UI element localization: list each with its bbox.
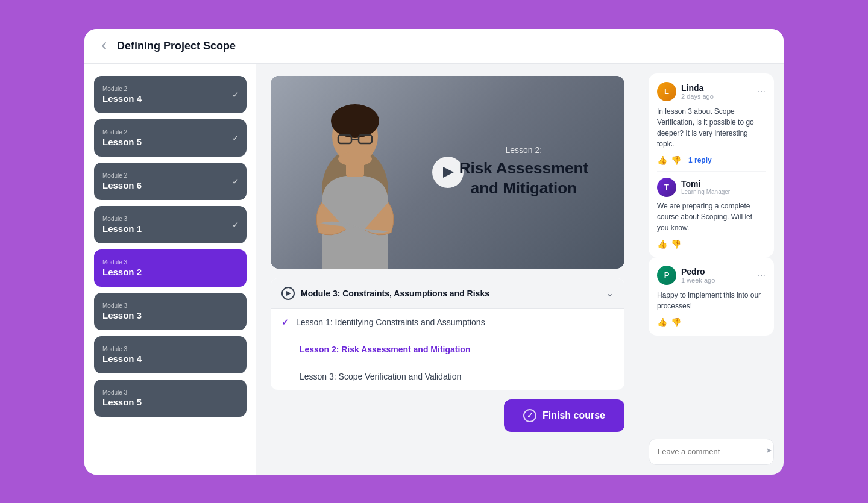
- person-illustration: [289, 82, 421, 269]
- comment-time: 1 week ago: [681, 276, 715, 284]
- comment-user-info: Pedro 1 week ago: [681, 267, 715, 284]
- send-comment-button[interactable]: [764, 445, 775, 458]
- comment-time: 2 days ago: [681, 93, 714, 100]
- module-label: Module 3: [102, 216, 238, 222]
- comment-input-area: [649, 439, 774, 465]
- lesson-text: Lesson 3: Scope Verification and Validat…: [300, 372, 461, 381]
- course-container: Defining Project Scope Module 2 Lesson 4…: [84, 29, 784, 475]
- lesson-text: Lesson 1: Identifying Constraints and As…: [296, 317, 485, 327]
- comment-header: L Linda 2 days ago ···: [657, 82, 766, 101]
- comment-actions: 👍 👎 1 reply: [657, 155, 766, 165]
- comment-header: P Pedro 1 week ago ···: [657, 266, 766, 285]
- comment-text: Happy to implement this into our process…: [657, 290, 766, 311]
- sidebar-lesson-3[interactable]: Module 3 Lesson 1 ✓: [94, 206, 247, 243]
- video-lesson-info: Lesson 2: Risk Assessmentand Mitigation: [459, 145, 588, 199]
- module-label: Module 2: [102, 129, 238, 136]
- sidebar-lesson-4[interactable]: Module 3 Lesson 2: [94, 249, 247, 287]
- module-header[interactable]: Module 3: Constraints, Assumptions and R…: [271, 278, 624, 309]
- comment-actions: 👍 👎: [657, 317, 766, 327]
- play-icon: [443, 167, 454, 178]
- finish-check-icon: ✓: [523, 409, 536, 422]
- chevron-down-icon: ⌄: [606, 287, 614, 299]
- lesson-text: Lesson 2: Risk Assessment and Mitigation: [300, 345, 470, 354]
- sidebar-lesson-1[interactable]: Module 2 Lesson 5 ✓: [94, 119, 247, 157]
- reply-role: Learning Manager: [681, 189, 730, 195]
- lesson-label: Lesson 5: [102, 137, 238, 147]
- finish-button-label: Finish course: [542, 410, 605, 421]
- module-play-triangle: [286, 291, 291, 296]
- comment-user: L Linda 2 days ago: [657, 82, 714, 101]
- module-label: Module 3: [102, 389, 238, 396]
- course-title: Defining Project Scope: [117, 40, 236, 52]
- module-title: Module 3: Constraints, Assumptions and R…: [301, 289, 489, 298]
- content-area: Module 2 Lesson 4 ✓ Module 2 Lesson 5 ✓ …: [84, 64, 784, 475]
- lesson-label: Lesson 5: [102, 397, 238, 407]
- module-section: Module 3: Constraints, Assumptions and R…: [271, 278, 624, 390]
- lesson-label: Lesson 3: [102, 310, 238, 320]
- lesson-label: Lesson 6: [102, 180, 238, 190]
- module-play-icon: [281, 287, 295, 300]
- lesson-list-item-1[interactable]: Lesson 2: Risk Assessment and Mitigation: [271, 336, 624, 363]
- main-content: Lesson 2: Risk Assessmentand Mitigation …: [256, 64, 639, 475]
- check-icon: ✓: [232, 90, 239, 99]
- video-lesson-title: Risk Assessmentand Mitigation: [459, 158, 588, 199]
- comment-card-1: P Pedro 1 week ago ··· Happy to implemen…: [649, 257, 774, 336]
- lesson-list-item-2[interactable]: Lesson 3: Scope Verification and Validat…: [271, 363, 624, 390]
- reply-user: T Tomi Learning Manager: [657, 178, 766, 197]
- sidebar-lesson-2[interactable]: Module 2 Lesson 6 ✓: [94, 163, 247, 200]
- sidebar-lesson-7[interactable]: Module 3 Lesson 5: [94, 380, 247, 417]
- module-label: Module 2: [102, 172, 238, 179]
- video-player: Lesson 2: Risk Assessmentand Mitigation: [271, 76, 624, 269]
- reply-dislike-button[interactable]: 👎: [671, 239, 681, 249]
- comments-list: L Linda 2 days ago ··· In lesson 3 about…: [649, 73, 774, 336]
- module-label: Module 3: [102, 259, 238, 266]
- sidebar-lesson-0[interactable]: Module 2 Lesson 4 ✓: [94, 76, 247, 113]
- like-button[interactable]: 👍: [657, 317, 667, 327]
- comment-user-info: Linda 2 days ago: [681, 83, 714, 100]
- header: Defining Project Scope: [84, 29, 784, 64]
- comment-name: Pedro: [681, 267, 715, 276]
- lesson-list-item-0[interactable]: ✓ Lesson 1: Identifying Constraints and …: [271, 309, 624, 336]
- reply-text: We are preparing a complete course about…: [657, 201, 766, 233]
- lesson-label: Lesson 4: [102, 354, 238, 364]
- like-button[interactable]: 👍: [657, 155, 667, 165]
- action-bar: ✓ Finish course: [271, 399, 624, 432]
- check-icon: ✓: [232, 133, 239, 143]
- reply-actions: 👍 👎: [657, 239, 766, 249]
- svg-point-2: [331, 104, 379, 138]
- comment-input[interactable]: [658, 447, 759, 456]
- reply-count[interactable]: 1 reply: [688, 156, 712, 164]
- reply-block: T Tomi Learning Manager We are preparing…: [657, 171, 766, 249]
- lesson-label: Lesson 2: [102, 267, 238, 277]
- comments-panel: L Linda 2 days ago ··· In lesson 3 about…: [639, 64, 784, 475]
- reply-avatar: T: [657, 178, 676, 197]
- check-icon: ✓: [232, 220, 239, 230]
- module-label: Module 2: [102, 86, 238, 92]
- lesson-list: ✓ Lesson 1: Identifying Constraints and …: [271, 309, 624, 390]
- module-label: Module 3: [102, 346, 238, 352]
- more-options-button[interactable]: ···: [758, 270, 766, 281]
- lesson-label: Lesson 1: [102, 223, 238, 234]
- reply-like-button[interactable]: 👍: [657, 239, 667, 249]
- sidebar-lesson-6[interactable]: Module 3 Lesson 4: [94, 336, 247, 373]
- reply-name: Tomi: [681, 179, 730, 189]
- sidebar-lesson-5[interactable]: Module 3 Lesson 3: [94, 293, 247, 330]
- back-button[interactable]: [99, 40, 110, 51]
- check-icon: ✓: [232, 177, 239, 186]
- dislike-button[interactable]: 👎: [671, 155, 681, 165]
- video-lesson-label: Lesson 2:: [459, 145, 588, 155]
- comment-avatar: P: [657, 266, 676, 285]
- sidebar: Module 2 Lesson 4 ✓ Module 2 Lesson 5 ✓ …: [84, 64, 256, 475]
- finish-course-button[interactable]: ✓ Finish course: [504, 399, 624, 432]
- svg-point-7: [338, 152, 372, 166]
- module-label: Module 3: [102, 302, 238, 309]
- comment-user: P Pedro 1 week ago: [657, 266, 715, 285]
- comment-text: In lesson 3 about Scope Verification, is…: [657, 106, 766, 149]
- comment-card-0: L Linda 2 days ago ··· In lesson 3 about…: [649, 73, 774, 257]
- dislike-button[interactable]: 👎: [671, 317, 681, 327]
- lesson-label: Lesson 4: [102, 93, 238, 104]
- reply-info: Tomi Learning Manager: [681, 179, 730, 195]
- more-options-button[interactable]: ···: [758, 86, 766, 97]
- comment-avatar: L: [657, 82, 676, 101]
- comment-name: Linda: [681, 83, 714, 93]
